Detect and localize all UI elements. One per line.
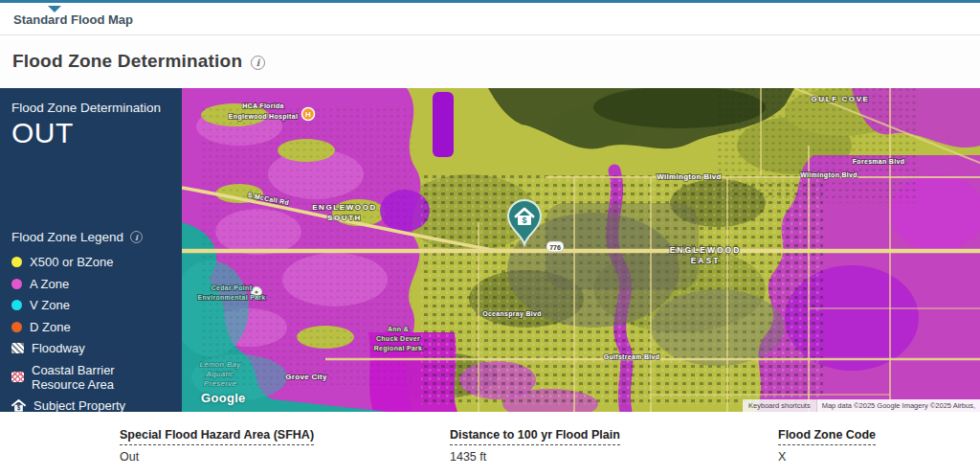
subject-property-house-icon: $ [11, 399, 26, 412]
keyboard-shortcuts-link[interactable]: Keyboard shortcuts [743, 399, 817, 412]
determination-title: Flood Zone Determination [11, 101, 170, 115]
legend-item-label: A Zone [30, 277, 69, 291]
page-title: Flood Zone Determination [12, 51, 242, 72]
coastal-barrier-hatch-swatch [11, 372, 24, 382]
svg-text:$: $ [522, 215, 526, 225]
map-label: SOUTH [327, 214, 362, 222]
map-label: Cedar Point [212, 284, 253, 291]
svg-text:776: 776 [549, 244, 561, 251]
field-value: Out [120, 450, 314, 464]
map-label: Wilmington Blvd [800, 171, 858, 179]
map-attribution: Keyboard shortcuts Map data ©2025 Google… [743, 399, 980, 412]
x500-zone-swatch [11, 257, 22, 267]
map-label: Lemon Bay [199, 360, 241, 369]
map-label: Englewood Hospital [229, 113, 298, 121]
svg-text:H: H [305, 110, 311, 119]
legend-item-label: X500 or BZone [30, 255, 113, 269]
legend-item-label: V Zone [30, 298, 70, 312]
field-label[interactable]: Special Flood Hazard Area (SFHA) [120, 428, 314, 445]
map-label: Regional Park [374, 345, 423, 352]
tab-bar: Standard Flood Map [0, 0, 980, 35]
legend-item-d-zone: D Zone [11, 320, 170, 334]
legend-item-x500: X500 or BZone [11, 255, 170, 269]
hospital-marker-icon: H [302, 108, 315, 121]
map-label: ENGLEWOOD [670, 245, 742, 255]
map-label: EAST [691, 256, 721, 265]
legend-item-label: Floodway [32, 341, 85, 355]
field-value: 1435 ft [450, 450, 620, 464]
map-label: Aquatic [206, 370, 234, 378]
determination-result: OUT [11, 117, 170, 149]
map-label: Foresman Blvd [853, 158, 904, 165]
map-label: Wilmington Blvd [657, 172, 722, 181]
tab-standard-flood-map[interactable]: Standard Flood Map [13, 12, 133, 27]
field-label[interactable]: Flood Zone Code [778, 428, 876, 445]
flood-map-page: Standard Flood Map Flood Zone Determinat… [0, 0, 980, 476]
legend-item-floodway: Floodway [11, 341, 170, 355]
map-label: ENGLEWOOD [312, 203, 377, 212]
field-zone-code: Flood Zone Code X [778, 425, 876, 464]
map-label: Environmental Park [197, 294, 265, 301]
map-label: Grove City [285, 373, 327, 381]
legend-item-a-zone: A Zone [11, 277, 170, 291]
field-label[interactable]: Distance to 100 yr Flood Plain [450, 428, 620, 445]
svg-text:$: $ [17, 404, 21, 412]
legend-title: Flood Zone Legend [11, 230, 123, 244]
map-label: Preserve [204, 379, 237, 388]
flood-map-canvas[interactable]: 776 H $ HCA Florida Englew [182, 88, 980, 412]
map-label: Gulfstream Blvd [604, 353, 660, 360]
floodway-hatch-swatch [11, 343, 24, 353]
map-label: HCA Florida [242, 102, 284, 109]
determination-panel: Flood Zone Determination OUT Flood Zone … [0, 88, 182, 412]
field-sfha: Special Flood Hazard Area (SFHA) Out [120, 425, 314, 464]
google-logo: Google [201, 391, 246, 405]
map-data-attribution: Map data ©2025 Google Imagery ©2025 Airb… [817, 399, 980, 412]
flood-zone-legend: X500 or BZone A Zone V Zone D Zone Flood… [11, 255, 170, 413]
map-art: 776 H $ HCA Florida Englew [182, 88, 980, 412]
legend-item-label: D Zone [30, 320, 71, 334]
legend-item-subject-property: $ Subject Property [11, 398, 170, 413]
map-label: Ann & [388, 326, 409, 332]
field-distance: Distance to 100 yr Flood Plain 1435 ft [450, 425, 620, 464]
map-label: Chuck Dever [376, 335, 420, 342]
header-info-icon[interactable]: i [251, 56, 265, 70]
map-label: GULF COVE [811, 95, 869, 103]
legend-item-label: Coastal Barrier Resource Area [32, 363, 170, 392]
map-label: Oceanspray Blvd [482, 310, 542, 318]
section-header: Flood Zone Determination i [0, 39, 980, 88]
summary-fields: Special Flood Hazard Area (SFHA) Out Dis… [0, 412, 980, 476]
v-zone-swatch [11, 300, 22, 310]
legend-info-icon[interactable]: i [130, 231, 143, 243]
legend-item-coastal-barrier: Coastal Barrier Resource Area [11, 363, 170, 392]
d-zone-swatch [11, 322, 22, 332]
legend-item-v-zone: V Zone [11, 298, 170, 312]
a-zone-swatch [11, 279, 22, 289]
legend-item-label: Subject Property [33, 398, 125, 413]
field-value: X [778, 450, 876, 464]
route-shield-776: 776 [546, 241, 564, 252]
active-tab-caret [48, 6, 61, 12]
